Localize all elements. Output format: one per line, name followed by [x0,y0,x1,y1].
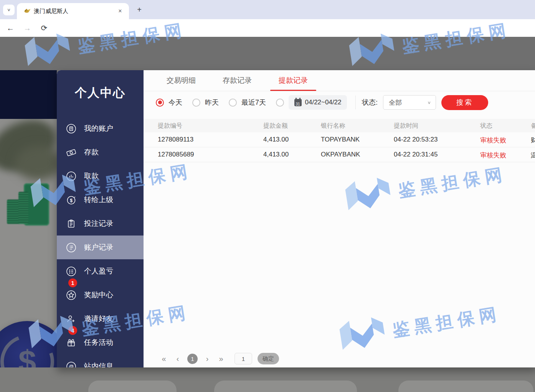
rewards-icon [66,290,76,300]
dimmed-card [398,380,533,392]
first-page-button[interactable]: « [160,354,168,363]
dimmed-card [88,380,177,392]
cell-amount: 4,413.00 [263,136,289,143]
sidebar-item-my-account[interactable]: 我的账户 [57,117,144,140]
col-header-time: 提款时间 [394,122,418,130]
chevron-down-icon: ˅ [7,7,10,13]
svg-text:$: $ [70,198,73,203]
browser-tab[interactable]: 澳门威尼斯人 × [17,3,129,19]
tab-title: 澳门威尼斯人 [34,8,68,15]
sidebar-item-rewards[interactable]: 1 奖励中心 [57,283,144,307]
status-label: 状态: [362,98,378,107]
status-select[interactable]: 全部 ∨ [383,95,436,110]
date-range-picker[interactable]: 31 04/22~04/22 [289,95,347,110]
radio-custom-range[interactable] [276,99,284,107]
sidebar-item-bet-records[interactable]: 投注记录 [57,212,144,236]
site-header-dimmed: 2024/04/22 21:14:46 星期一 充值 教导中心 邀请返佣 充值 [0,37,535,70]
deposit-icon [66,147,76,158]
sidebar-item-label: 邀请好友 [84,314,113,324]
blurred-banknote-image [15,146,57,180]
dollar-sign: $ [0,343,57,367]
tab-transaction-details[interactable]: 交易明细 [163,70,200,91]
radio-last7days-label: 最近7天 [241,98,266,107]
my-account-icon [66,124,76,134]
forward-icon[interactable]: → [21,22,33,34]
sidebar-item-label: 站内信息 [84,361,113,367]
sidebar-item-label: 投注记录 [84,219,113,229]
cell-id: 1278085689 [158,151,194,158]
coin-stack-image [7,199,20,224]
coin-stack-image [18,192,28,224]
sidebar-item-label: 个人盈亏 [84,266,113,276]
sidebar-item-tasks[interactable]: 4 任务活动 [57,331,144,354]
col-header-status: 状态 [480,122,492,130]
sidebar-item-label: 转给上级 [84,195,113,205]
sidebar-item-label: 奖励中心 [84,290,113,300]
col-header-bank: 银行名称 [321,122,345,130]
sidebar-item-label: 任务活动 [84,338,113,348]
browser-toolbar: ← → ⟳ 266288.cc [0,19,535,37]
cell-time: 04-22 20:31:45 [394,151,438,158]
reload-icon[interactable]: ⟳ [38,22,50,34]
last-page-button[interactable]: » [217,354,225,363]
search-button[interactable]: 搜索 [441,95,488,110]
sidebar-item-label: 取款 [84,171,99,181]
tab-search-button[interactable]: ˅ [3,5,15,15]
sidebar-item-label: 存款 [84,147,99,157]
site-favicon-lion-icon [24,8,31,13]
cell-status: 审核失败 [480,151,506,160]
table-row: 1278089113 4,413.00 TOPAYBANK 04-22 20:5… [144,132,535,147]
sidebar-item-deposit[interactable]: 存款 [57,140,144,164]
site-messages-icon: @ [66,361,76,368]
page-confirm-button[interactable]: 确定 [258,353,279,364]
sidebar-item-label: 账户记录 [84,242,113,252]
new-tab-button[interactable]: + [134,5,144,15]
sidebar-item-label: 我的账户 [84,124,113,133]
sidebar-item-withdraw[interactable]: 取款 [57,164,144,188]
page-number-input[interactable]: 1 [234,353,252,364]
back-icon[interactable]: ← [5,22,16,34]
filter-divider [355,96,356,109]
current-page-button[interactable]: 1 [187,354,198,364]
cell-note: 财 [531,136,535,145]
filter-bar: 今天 昨天 最近7天 31 04/22~04/22 状态: 全部 ∨ 搜索 [144,92,535,113]
account-records-icon [66,242,76,253]
record-tabs: 交易明细 存款记录 提款记录 [144,70,535,91]
dimmed-page-bottom [0,367,535,392]
records-content: 交易明细 存款记录 提款记录 今天 昨天 最近7天 31 04/22~04/22… [144,70,535,367]
sidebar-title: 个人中心 [57,85,144,101]
pagination: « ‹ 1 › » 1 确定 [144,350,535,367]
cell-bank: TOPAYBANK [321,136,360,143]
withdraw-icon [66,171,76,181]
dimmed-card [214,380,357,392]
radio-yesterday[interactable] [192,99,200,107]
cell-status: 审核失败 [480,136,506,145]
table-header: 提款编号 提款金额 银行名称 提款时间 状态 备注 [144,119,535,132]
sidebar: 个人中心 我的账户 存款 取款 [57,70,144,367]
sidebar-item-site-messages[interactable]: @ 站内信息 [57,354,144,367]
prev-page-button[interactable]: ‹ [173,354,182,363]
chevron-down-icon: ∨ [428,100,431,105]
invite-friends-icon [66,314,76,324]
col-header-amount: 提款金额 [263,122,288,130]
hero-banner-dimmed [0,70,57,119]
tasks-icon [66,338,76,348]
background-photo-dimmed: $ [0,119,57,367]
cell-amount: 4,413.00 [263,151,289,158]
cell-bank: OKPAYBANK [321,151,360,158]
tab-close-icon[interactable]: × [116,7,124,15]
calendar-icon: 31 [294,99,302,106]
radio-last7days[interactable] [229,99,237,107]
sidebar-item-account-records[interactable]: 账户记录 [57,236,144,259]
tasks-badge: 4 [68,326,77,335]
table-row: 1278085689 4,413.00 OKPAYBANK 04-22 20:3… [144,147,535,162]
cell-note: 温 [531,151,535,160]
next-page-button[interactable]: › [203,354,211,363]
browser-tab-bar: ˅ 澳门威尼斯人 × + [0,0,535,19]
tab-withdraw-records[interactable]: 提款记录 [275,70,312,91]
rewards-badge: 1 [68,278,77,287]
svg-text:@: @ [69,364,74,368]
tab-deposit-records[interactable]: 存款记录 [219,70,256,91]
radio-today[interactable] [156,99,164,107]
sidebar-item-transfer-up[interactable]: $ 转给上级 [57,188,144,212]
